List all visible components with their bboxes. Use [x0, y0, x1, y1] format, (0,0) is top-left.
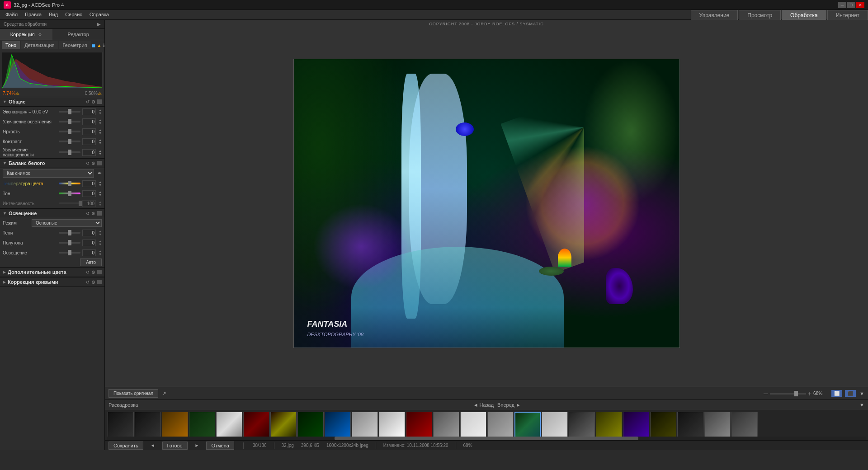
main-image[interactable]: FANTASIADESKTOPOGRAPHY '08 — [293, 59, 680, 348]
close-button[interactable]: ✕ — [856, 2, 864, 8]
thumb-16[interactable] — [514, 412, 541, 437]
tone-tab-geometry[interactable]: Геометрия — [59, 41, 91, 49]
filmstrip-expand-arrow[interactable]: ▼ — [859, 402, 864, 408]
brightness-thumb[interactable] — [68, 129, 71, 134]
saturation-spin-up[interactable]: ▲ — [99, 149, 102, 152]
tone-tab-detail[interactable]: Детализация — [21, 41, 58, 49]
hist-warn-icon[interactable]: ▲ — [97, 43, 102, 48]
menu-file[interactable]: Файл — [2, 11, 21, 18]
section-general-refresh[interactable]: ↺ — [86, 99, 90, 104]
thumb-20[interactable] — [623, 412, 649, 437]
section-addcolors-header[interactable]: ▶ Дополнительные цвета ↺ ⚙ — [0, 267, 104, 277]
show-original-button[interactable]: Показать оригинал — [108, 389, 158, 398]
thumb-13[interactable] — [433, 412, 459, 437]
filmstrip-scroll-thumb[interactable] — [335, 437, 638, 440]
section-general-toggle[interactable] — [97, 99, 102, 104]
zoom-slider-track[interactable] — [770, 393, 806, 395]
thumb-10[interactable] — [352, 412, 378, 437]
section-lighting-refresh[interactable]: ↺ — [86, 211, 90, 216]
tab-view[interactable]: Просмотр — [739, 10, 781, 20]
hlights-track[interactable] — [59, 252, 80, 254]
section-addcolors-toggle[interactable] — [97, 270, 102, 274]
section-wb-toggle[interactable] — [97, 161, 102, 165]
wb-eyedropper-icon[interactable]: ✒ — [98, 170, 102, 176]
section-curves-refresh[interactable]: ↺ — [86, 280, 90, 285]
lighting-mode-select[interactable]: Основные — [32, 219, 102, 227]
fit-view-button[interactable]: ⬜ — [831, 390, 842, 397]
contrast-spin-down[interactable]: ▼ — [99, 141, 102, 145]
thumb-12[interactable] — [406, 412, 432, 437]
colortemp-thumb[interactable] — [68, 181, 71, 186]
highlight-input[interactable] — [82, 118, 96, 125]
menu-view[interactable]: Вид — [45, 11, 61, 18]
highlight-spin-down[interactable]: ▼ — [99, 122, 102, 125]
brightness-spin-down[interactable]: ▼ — [99, 132, 102, 135]
section-wb-header[interactable]: ▼ Баланс белого ↺ ⚙ — [0, 158, 104, 168]
tone-tab-tono[interactable]: Тоно — [2, 41, 20, 49]
tab-correction[interactable]: Коррекция ⚙ — [0, 29, 52, 40]
contrast-input[interactable] — [82, 138, 96, 145]
colortemp-input[interactable] — [82, 180, 96, 187]
hist-color-icon[interactable]: ◼ — [92, 43, 95, 48]
tab-editor[interactable]: Редактор — [52, 29, 105, 40]
shadows-input[interactable] — [82, 230, 96, 236]
thumb-15[interactable] — [487, 412, 514, 437]
section-curves-toggle[interactable] — [97, 280, 102, 284]
midtones-thumb[interactable] — [68, 240, 71, 245]
status-save-button[interactable]: Сохранить — [108, 442, 143, 450]
highlight-track[interactable] — [59, 121, 80, 122]
thumb-8[interactable] — [297, 412, 324, 437]
thumb-21[interactable] — [650, 412, 676, 437]
section-wb-refresh[interactable]: ↺ — [86, 161, 90, 166]
colortemp-spin-up[interactable]: ▲ — [99, 180, 102, 183]
thumb-11[interactable] — [379, 412, 405, 437]
colortemp-spin-down[interactable]: ▼ — [99, 183, 102, 187]
saturation-thumb[interactable] — [68, 150, 71, 155]
midtones-track[interactable] — [59, 242, 80, 244]
colortemp-track[interactable] — [59, 183, 80, 184]
shadows-track[interactable] — [59, 232, 80, 234]
zoom-slider-thumb[interactable] — [794, 391, 798, 396]
saturation-spin-down[interactable]: ▼ — [99, 152, 102, 155]
thumb-3[interactable] — [162, 412, 188, 437]
thumb-23[interactable] — [704, 412, 731, 437]
saturation-input[interactable] — [82, 149, 96, 156]
thumb-19[interactable] — [596, 412, 622, 437]
thumb-4[interactable] — [189, 412, 215, 437]
correction-gear-icon[interactable]: ⚙ — [38, 32, 42, 37]
thumb-6[interactable] — [243, 412, 269, 437]
menu-edit[interactable]: Правка — [21, 11, 45, 18]
thumb-9[interactable] — [325, 412, 351, 437]
midtones-spin-up[interactable]: ▲ — [99, 240, 102, 243]
exposure-spin-up[interactable]: ▲ — [99, 108, 102, 112]
menu-service[interactable]: Сервис — [61, 11, 86, 18]
status-done-button[interactable]: Готово — [162, 442, 188, 450]
shadows-thumb[interactable] — [68, 230, 71, 235]
brightness-track[interactable] — [59, 131, 80, 132]
thumb-22[interactable] — [677, 412, 703, 437]
tab-process[interactable]: Обработка — [782, 10, 826, 20]
filmstrip-next-button[interactable]: Вперед ► — [497, 402, 521, 408]
midtones-input[interactable] — [82, 240, 96, 246]
brightness-spin-up[interactable]: ▲ — [99, 128, 102, 132]
shadows-spin-down[interactable]: ▼ — [99, 233, 102, 236]
section-general-settings[interactable]: ⚙ — [91, 99, 95, 104]
hlights-thumb[interactable] — [68, 250, 71, 255]
hlights-input[interactable] — [82, 249, 96, 256]
exposure-input[interactable] — [82, 108, 96, 115]
zoom-plus-icon[interactable]: + — [808, 390, 811, 397]
brightness-input[interactable] — [82, 128, 96, 135]
exposure-track[interactable] — [59, 111, 80, 113]
highlight-thumb[interactable] — [68, 119, 71, 124]
thumb-7[interactable] — [270, 412, 297, 437]
panel-collapse-btn[interactable]: ▶ — [97, 22, 101, 27]
contrast-track[interactable] — [59, 141, 80, 142]
tint-track[interactable] — [59, 193, 80, 194]
thumb-18[interactable] — [569, 412, 595, 437]
section-lighting-header[interactable]: ▼ Освещение ↺ ⚙ — [0, 208, 104, 218]
tab-manage[interactable]: Управление — [691, 10, 738, 20]
filmstrip-prev-button[interactable]: ◄ Назад — [473, 402, 494, 408]
tool-arrow-icon[interactable]: ↗ — [162, 390, 166, 397]
section-lighting-settings[interactable]: ⚙ — [91, 211, 95, 216]
wb-preset-select[interactable]: Как снимок — [3, 169, 94, 178]
